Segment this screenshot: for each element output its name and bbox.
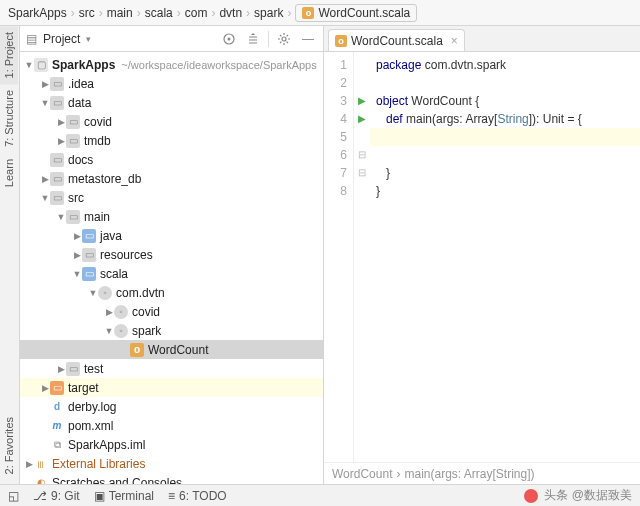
run-icon[interactable]: ▶ bbox=[354, 92, 370, 110]
gear-icon[interactable] bbox=[275, 30, 293, 48]
watermark: 头条 @数据致美 bbox=[524, 487, 632, 504]
svg-point-2 bbox=[282, 37, 286, 41]
code-editor[interactable]: 12345678 ▶▶ ⊟⊟ package com.dvtn.spark ob… bbox=[324, 52, 640, 462]
side-tab-structure[interactable]: 7: Structure bbox=[0, 84, 18, 153]
tree-item[interactable]: ▶▭resources bbox=[20, 245, 323, 264]
folder-icon: ▭ bbox=[50, 191, 64, 205]
tree-item[interactable]: ▼▭src bbox=[20, 188, 323, 207]
tree-item[interactable]: ▶dderby.log bbox=[20, 397, 323, 416]
run-gutter[interactable]: ▶▶ ⊟⊟ bbox=[354, 52, 370, 462]
locate-icon[interactable] bbox=[220, 30, 238, 48]
tree-item[interactable]: ▶▭target bbox=[20, 378, 323, 397]
source-folder-icon: ▭ bbox=[82, 229, 96, 243]
line-gutter: 12345678 bbox=[324, 52, 354, 462]
tree-item[interactable]: ▶▭metastore_db bbox=[20, 169, 323, 188]
expand-all-icon[interactable] bbox=[244, 30, 262, 48]
tree-item[interactable]: ▼▭scala bbox=[20, 264, 323, 283]
tree-item[interactable]: ▶▭covid bbox=[20, 112, 323, 131]
folder-icon: ▭ bbox=[50, 77, 64, 91]
crumb[interactable]: src bbox=[79, 6, 95, 20]
package-icon: ◦ bbox=[98, 286, 112, 300]
tree-item[interactable]: ▼▭data bbox=[20, 93, 323, 112]
tool-window-toggle-icon[interactable]: ◱ bbox=[8, 489, 19, 503]
folder-icon: ▭ bbox=[50, 96, 64, 110]
status-todo[interactable]: ≡6: TODO bbox=[168, 489, 227, 503]
folder-icon: ▭ bbox=[50, 172, 64, 186]
project-dropdown-icon[interactable]: ▤ bbox=[26, 32, 37, 46]
tree-item[interactable]: ▼◦com.dvtn bbox=[20, 283, 323, 302]
status-git[interactable]: ⎇9: Git bbox=[33, 489, 80, 503]
tree-item[interactable]: ▶▭java bbox=[20, 226, 323, 245]
status-bar: ◱ ⎇9: Git ▣Terminal ≡6: TODO 头条 @数据致美 bbox=[0, 484, 640, 506]
crumb[interactable]: main bbox=[107, 6, 133, 20]
package-icon: ◦ bbox=[114, 324, 128, 338]
hide-panel-icon[interactable]: — bbox=[299, 30, 317, 48]
crumb[interactable]: scala bbox=[145, 6, 173, 20]
project-tree[interactable]: ▼▢SparkApps~/workspace/ideaworkspace/Spa… bbox=[20, 52, 323, 484]
side-tab-learn[interactable]: Learn bbox=[0, 153, 18, 193]
tree-item[interactable]: ▶▭docs bbox=[20, 150, 323, 169]
package-icon: ◦ bbox=[114, 305, 128, 319]
tree-item[interactable]: ▶▭.idea bbox=[20, 74, 323, 93]
file-icon: d bbox=[50, 400, 64, 414]
crumb[interactable]: com bbox=[185, 6, 208, 20]
project-panel-header: ▤ Project ▾ — bbox=[20, 26, 323, 52]
tab-label: WordCount.scala bbox=[351, 34, 443, 48]
tree-root[interactable]: ▼▢SparkApps~/workspace/ideaworkspace/Spa… bbox=[20, 55, 323, 74]
watermark-logo-icon bbox=[524, 489, 538, 503]
code-text[interactable]: package com.dvtn.spark object WordCount … bbox=[370, 52, 640, 462]
crumb[interactable]: dvtn bbox=[219, 6, 242, 20]
run-icon[interactable]: ▶ bbox=[354, 110, 370, 128]
svg-point-1 bbox=[228, 37, 231, 40]
fold-icon[interactable]: ⊟ bbox=[354, 146, 370, 164]
folder-icon: ▭ bbox=[66, 362, 80, 376]
side-tab-favorites[interactable]: 2: Favorites bbox=[0, 411, 18, 480]
editor-breadcrumb[interactable]: WordCount›main(args: Array[String]) bbox=[324, 462, 640, 484]
fold-icon[interactable]: ⊟ bbox=[354, 164, 370, 182]
left-tool-strip: 1: Project 7: Structure Learn 2: Favorit… bbox=[0, 26, 20, 484]
status-terminal[interactable]: ▣Terminal bbox=[94, 489, 154, 503]
tree-item[interactable]: ▶▭tmdb bbox=[20, 131, 323, 150]
editor-tab[interactable]: o WordCount.scala × bbox=[328, 29, 465, 51]
folder-icon: ▭ bbox=[66, 210, 80, 224]
tree-item[interactable]: ▶▭test bbox=[20, 359, 323, 378]
tree-external-libs[interactable]: ▶⫼External Libraries bbox=[20, 454, 323, 473]
crumb[interactable]: SparkApps bbox=[8, 6, 67, 20]
iml-icon: ⧉ bbox=[50, 438, 64, 452]
folder-icon: ▭ bbox=[50, 153, 64, 167]
editor-tabs: o WordCount.scala × bbox=[324, 26, 640, 52]
close-tab-icon[interactable]: × bbox=[451, 34, 458, 48]
crumb-file[interactable]: o WordCount.scala bbox=[295, 4, 417, 22]
maven-icon: m bbox=[50, 419, 64, 433]
breadcrumb-bar: SparkApps› src› main› scala› com› dvtn› … bbox=[0, 0, 640, 26]
tree-item[interactable]: ▶mpom.xml bbox=[20, 416, 323, 435]
tree-item-selected[interactable]: ▶oWordCount bbox=[20, 340, 323, 359]
folder-icon: ▭ bbox=[66, 115, 80, 129]
side-tab-project[interactable]: 1: Project bbox=[0, 26, 18, 84]
libraries-icon: ⫼ bbox=[34, 457, 48, 471]
tree-item[interactable]: ▶⧉SparkApps.iml bbox=[20, 435, 323, 454]
tree-item[interactable]: ▶◦covid bbox=[20, 302, 323, 321]
folder-icon: ▭ bbox=[66, 134, 80, 148]
project-title[interactable]: Project bbox=[43, 32, 80, 46]
scala-object-icon: o bbox=[335, 35, 347, 47]
tree-item[interactable]: ▼◦spark bbox=[20, 321, 323, 340]
scala-object-icon: o bbox=[130, 343, 144, 357]
project-panel: ▤ Project ▾ — ▼▢SparkApps~/workspace/ide… bbox=[20, 26, 324, 484]
scala-object-icon: o bbox=[302, 7, 314, 19]
tree-scratches[interactable]: ▶◐Scratches and Consoles bbox=[20, 473, 323, 484]
scratches-icon: ◐ bbox=[34, 476, 48, 485]
folder-icon: ▭ bbox=[82, 248, 96, 262]
tree-item[interactable]: ▼▭main bbox=[20, 207, 323, 226]
crumb[interactable]: spark bbox=[254, 6, 283, 20]
source-folder-icon: ▭ bbox=[82, 267, 96, 281]
excluded-folder-icon: ▭ bbox=[50, 381, 64, 395]
editor-panel: o WordCount.scala × 12345678 ▶▶ ⊟⊟ packa… bbox=[324, 26, 640, 484]
module-icon: ▢ bbox=[34, 58, 48, 72]
